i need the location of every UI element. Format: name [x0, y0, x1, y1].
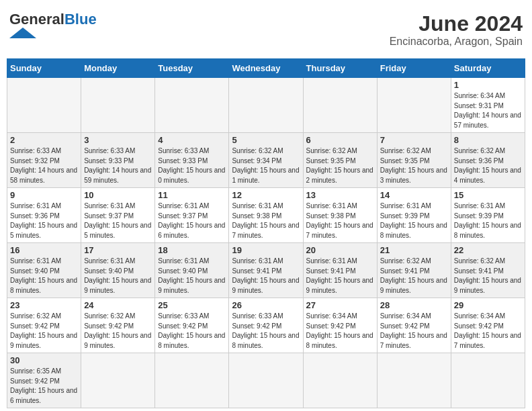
calendar-day-cell: 26Sunrise: 6:33 AM Sunset: 9:42 PM Dayli…: [229, 298, 303, 353]
day-number: 24: [84, 300, 152, 310]
calendar-day-cell: 2Sunrise: 6:33 AM Sunset: 9:32 PM Daylig…: [7, 133, 81, 188]
calendar-day-cell: 20Sunrise: 6:31 AM Sunset: 9:41 PM Dayli…: [303, 243, 377, 298]
day-info: Sunrise: 6:32 AM Sunset: 9:41 PM Dayligh…: [454, 257, 522, 295]
day-info: Sunrise: 6:34 AM Sunset: 9:42 PM Dayligh…: [454, 312, 522, 351]
day-number: 6: [306, 135, 374, 145]
day-info: Sunrise: 6:31 AM Sunset: 9:39 PM Dayligh…: [454, 201, 522, 240]
calendar-day-cell: 12Sunrise: 6:31 AM Sunset: 9:38 PM Dayli…: [229, 188, 303, 243]
day-number: 22: [454, 245, 522, 255]
day-number: 30: [10, 355, 78, 365]
day-info: Sunrise: 6:31 AM Sunset: 9:36 PM Dayligh…: [10, 201, 78, 240]
calendar-day-cell: 6Sunrise: 6:32 AM Sunset: 9:35 PM Daylig…: [303, 133, 377, 188]
calendar-day-cell: 11Sunrise: 6:31 AM Sunset: 9:37 PM Dayli…: [155, 188, 229, 243]
day-info: Sunrise: 6:34 AM Sunset: 9:42 PM Dayligh…: [380, 312, 448, 351]
calendar-day-cell: 23Sunrise: 6:32 AM Sunset: 9:42 PM Dayli…: [7, 298, 81, 353]
day-number: 28: [380, 300, 448, 310]
calendar-day-cell: [81, 78, 155, 133]
day-number: 29: [454, 300, 522, 310]
month-title: June 2024: [390, 12, 523, 36]
calendar-day-cell: 19Sunrise: 6:31 AM Sunset: 9:41 PM Dayli…: [229, 243, 303, 298]
day-info: Sunrise: 6:31 AM Sunset: 9:38 PM Dayligh…: [306, 201, 374, 240]
calendar-day-cell: 17Sunrise: 6:31 AM Sunset: 9:40 PM Dayli…: [81, 243, 155, 298]
day-info: Sunrise: 6:33 AM Sunset: 9:42 PM Dayligh…: [232, 312, 300, 351]
day-number: 13: [306, 190, 374, 200]
day-info: Sunrise: 6:34 AM Sunset: 9:31 PM Dayligh…: [454, 91, 522, 130]
logo-triangle-icon: [9, 28, 36, 38]
calendar-day-cell: 5Sunrise: 6:32 AM Sunset: 9:34 PM Daylig…: [229, 133, 303, 188]
calendar-week-row: 1Sunrise: 6:34 AM Sunset: 9:31 PM Daylig…: [7, 78, 525, 133]
day-number: 26: [232, 300, 300, 310]
calendar-day-cell: [377, 353, 451, 408]
calendar-day-cell: 27Sunrise: 6:34 AM Sunset: 9:42 PM Dayli…: [303, 298, 377, 353]
day-of-week-header: Wednesday: [229, 59, 303, 78]
day-info: Sunrise: 6:32 AM Sunset: 9:36 PM Dayligh…: [454, 146, 522, 185]
day-number: 9: [10, 190, 78, 200]
day-number: 4: [158, 135, 226, 145]
calendar-day-cell: [155, 353, 229, 408]
calendar-day-cell: [229, 353, 303, 408]
day-info: Sunrise: 6:31 AM Sunset: 9:38 PM Dayligh…: [232, 201, 300, 240]
logo-general: General: [9, 12, 64, 27]
day-number: 16: [10, 245, 78, 255]
calendar-day-cell: 4Sunrise: 6:33 AM Sunset: 9:33 PM Daylig…: [155, 133, 229, 188]
svg-marker-0: [9, 28, 36, 38]
day-number: 20: [306, 245, 374, 255]
day-info: Sunrise: 6:32 AM Sunset: 9:42 PM Dayligh…: [84, 312, 152, 351]
calendar-week-row: 9Sunrise: 6:31 AM Sunset: 9:36 PM Daylig…: [7, 188, 525, 243]
day-number: 17: [84, 245, 152, 255]
day-info: Sunrise: 6:32 AM Sunset: 9:34 PM Dayligh…: [232, 146, 300, 185]
day-info: Sunrise: 6:33 AM Sunset: 9:42 PM Dayligh…: [158, 312, 226, 351]
day-number: 19: [232, 245, 300, 255]
day-info: Sunrise: 6:31 AM Sunset: 9:40 PM Dayligh…: [10, 257, 78, 295]
day-number: 8: [454, 135, 522, 145]
calendar-day-cell: [155, 78, 229, 133]
day-info: Sunrise: 6:31 AM Sunset: 9:37 PM Dayligh…: [84, 201, 152, 240]
calendar-day-cell: 24Sunrise: 6:32 AM Sunset: 9:42 PM Dayli…: [81, 298, 155, 353]
day-info: Sunrise: 6:33 AM Sunset: 9:33 PM Dayligh…: [158, 146, 226, 185]
day-number: 11: [158, 190, 226, 200]
calendar-day-cell: [303, 78, 377, 133]
day-of-week-header: Tuesday: [155, 59, 229, 78]
day-number: 15: [454, 190, 522, 200]
calendar-day-cell: [451, 353, 525, 408]
calendar-day-cell: 1Sunrise: 6:34 AM Sunset: 9:31 PM Daylig…: [451, 78, 525, 133]
day-of-week-header: Monday: [81, 59, 155, 78]
day-number: 27: [306, 300, 374, 310]
day-info: Sunrise: 6:31 AM Sunset: 9:40 PM Dayligh…: [84, 257, 152, 295]
day-number: 7: [380, 135, 448, 145]
day-number: 1: [454, 80, 522, 90]
day-of-week-header: Thursday: [303, 59, 377, 78]
day-info: Sunrise: 6:33 AM Sunset: 9:32 PM Dayligh…: [10, 146, 78, 185]
calendar-day-cell: 14Sunrise: 6:31 AM Sunset: 9:39 PM Dayli…: [377, 188, 451, 243]
day-number: 21: [380, 245, 448, 255]
calendar-day-cell: 18Sunrise: 6:31 AM Sunset: 9:40 PM Dayli…: [155, 243, 229, 298]
day-number: 3: [84, 135, 152, 145]
day-number: 10: [84, 190, 152, 200]
day-of-week-header: Saturday: [451, 59, 525, 78]
calendar-day-cell: 3Sunrise: 6:33 AM Sunset: 9:33 PM Daylig…: [81, 133, 155, 188]
title-area: June 2024 Encinacorba, Aragon, Spain: [390, 12, 523, 48]
calendar-day-cell: 13Sunrise: 6:31 AM Sunset: 9:38 PM Dayli…: [303, 188, 377, 243]
day-info: Sunrise: 6:32 AM Sunset: 9:42 PM Dayligh…: [10, 312, 78, 351]
day-number: 14: [380, 190, 448, 200]
calendar-day-cell: 9Sunrise: 6:31 AM Sunset: 9:36 PM Daylig…: [7, 188, 81, 243]
calendar-day-cell: 22Sunrise: 6:32 AM Sunset: 9:41 PM Dayli…: [451, 243, 525, 298]
day-number: 23: [10, 300, 78, 310]
header: General Blue June 2024 Encinacorba, Arag…: [7, 7, 525, 53]
calendar-day-cell: 29Sunrise: 6:34 AM Sunset: 9:42 PM Dayli…: [451, 298, 525, 353]
calendar-day-cell: [229, 78, 303, 133]
calendar-day-cell: [377, 78, 451, 133]
day-info: Sunrise: 6:34 AM Sunset: 9:42 PM Dayligh…: [306, 312, 374, 351]
calendar-day-cell: [303, 353, 377, 408]
day-info: Sunrise: 6:31 AM Sunset: 9:37 PM Dayligh…: [158, 201, 226, 240]
day-number: 2: [10, 135, 78, 145]
calendar-day-cell: 10Sunrise: 6:31 AM Sunset: 9:37 PM Dayli…: [81, 188, 155, 243]
logo-blue: Blue: [64, 12, 97, 27]
calendar-week-row: 16Sunrise: 6:31 AM Sunset: 9:40 PM Dayli…: [7, 243, 525, 298]
calendar-day-cell: 25Sunrise: 6:33 AM Sunset: 9:42 PM Dayli…: [155, 298, 229, 353]
calendar-day-cell: 8Sunrise: 6:32 AM Sunset: 9:36 PM Daylig…: [451, 133, 525, 188]
calendar-day-cell: 21Sunrise: 6:32 AM Sunset: 9:41 PM Dayli…: [377, 243, 451, 298]
day-info: Sunrise: 6:31 AM Sunset: 9:41 PM Dayligh…: [232, 257, 300, 295]
location-title: Encinacorba, Aragon, Spain: [390, 36, 523, 48]
calendar-day-cell: [81, 353, 155, 408]
